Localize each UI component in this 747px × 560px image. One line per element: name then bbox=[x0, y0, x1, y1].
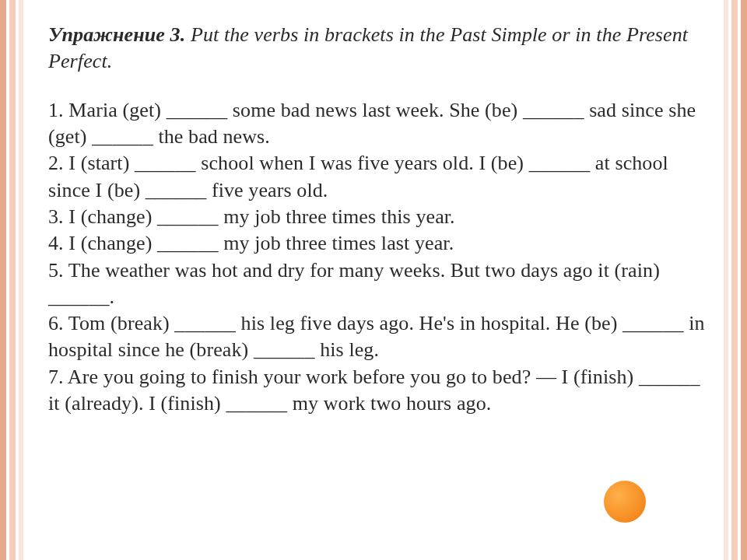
exercise-item-1: 1. Maria (get) ______ some bad news last… bbox=[48, 97, 710, 151]
exercise-item-3: 3. I (change) ______ my job three times … bbox=[48, 204, 710, 230]
slide: Упражнение 3. Put the verbs in brackets … bbox=[0, 0, 747, 560]
exercise-item-6: 6. Tom (break) ______ his leg five days … bbox=[48, 310, 710, 364]
exercise-title: Упражнение 3. Put the verbs in brackets … bbox=[48, 22, 710, 75]
exercise-item-5: 5. The weather was hot and dry for many … bbox=[48, 257, 710, 311]
decor-stripe-right bbox=[724, 0, 747, 560]
exercise-item-4: 4. I (change) ______ my job three times … bbox=[48, 230, 710, 257]
exercise-item-2: 2. I (start) ______ school when I was fi… bbox=[48, 150, 710, 204]
exercise-item-7: 7. Are you going to finish your work bef… bbox=[48, 364, 710, 418]
content-area: Упражнение 3. Put the verbs in brackets … bbox=[48, 22, 710, 417]
decor-circle bbox=[604, 481, 646, 523]
decor-stripe-left bbox=[0, 0, 23, 560]
title-bold: Упражнение 3. bbox=[48, 23, 185, 46]
